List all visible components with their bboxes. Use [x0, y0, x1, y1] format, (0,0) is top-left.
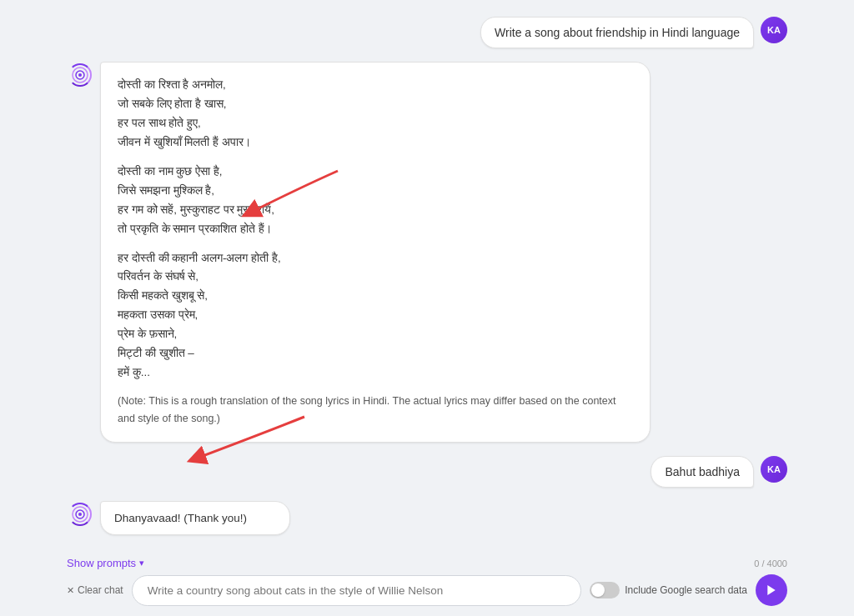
poem-stanza-1: दोस्ती का रिश्ता है अनमोल, जो सबके लिए ह… — [118, 76, 633, 153]
user-message-text-1: Write a song about friendship in Hindi l… — [495, 26, 740, 39]
poem-note: (Note: This is a rough translation of th… — [118, 393, 633, 428]
ai-logo-icon-2 — [68, 503, 92, 526]
google-search-label: Include Google search data — [625, 584, 747, 596]
ai-response-2-text: Dhanyavaad! (Thank you!) — [114, 512, 247, 524]
clear-chat-label: Clear chat — [78, 584, 123, 596]
ai-logo-icon — [68, 63, 92, 87]
ai-avatar-2 — [67, 501, 93, 528]
action-bar — [100, 542, 290, 550]
user-message-2: Bahut badhiya KA — [67, 456, 787, 488]
page-wrapper: Write a song about friendship in Hindi l… — [0, 0, 854, 616]
chat-input[interactable] — [132, 575, 582, 606]
ai-bubble-2: Dhanyavaad! (Thank you!) — [100, 501, 290, 535]
user-avatar-1: KA — [761, 17, 787, 43]
char-count: 0 / 4000 — [754, 558, 787, 568]
user-avatar-2: KA — [761, 456, 787, 483]
ai-response-2-container: Dhanyavaad! (Thank you!) — [100, 501, 290, 550]
ai-bubble-1: दोस्ती का रिश्ता है अनमोल, जो सबके लिए ह… — [100, 62, 651, 443]
chevron-down-icon: ▾ — [139, 558, 144, 568]
google-search-toggle-group: Include Google search data — [590, 582, 747, 598]
bottom-bar: Show prompts ▾ 0 / 4000 ✕ Clear chat Inc… — [0, 550, 854, 616]
input-row: ✕ Clear chat Include Google search data — [67, 574, 787, 606]
send-button[interactable] — [756, 574, 787, 606]
svg-point-7 — [78, 513, 82, 516]
show-prompts-row: Show prompts ▾ 0 / 4000 — [67, 557, 787, 569]
chat-container: Write a song about friendship in Hindi l… — [0, 0, 854, 550]
svg-marker-12 — [767, 585, 775, 595]
show-prompts-button[interactable]: Show prompts ▾ — [67, 557, 144, 569]
poem-stanza-3: हर दोस्ती की कहानी अलग-अलग होती है, परिव… — [118, 249, 633, 383]
ai-response-2: Dhanyavaad! (Thank you!) — [67, 501, 787, 550]
google-search-toggle[interactable] — [590, 582, 620, 598]
ai-avatar-1 — [67, 62, 93, 88]
x-icon: ✕ — [67, 585, 74, 596]
user-bubble-2: Bahut badhiya — [651, 456, 754, 488]
clear-chat-button[interactable]: ✕ Clear chat — [67, 584, 123, 596]
show-prompts-label: Show prompts — [67, 557, 136, 569]
user-bubble-1: Write a song about friendship in Hindi l… — [480, 17, 754, 48]
poem-stanza-2: दोस्ती का नाम कुछ ऐसा है, जिसे समझना मुश… — [118, 163, 633, 239]
user-message-1: Write a song about friendship in Hindi l… — [67, 17, 787, 48]
svg-point-4 — [78, 73, 82, 77]
toggle-knob — [591, 583, 605, 597]
ai-response-1: दोस्ती का रिश्ता है अनमोल, जो सबके लिए ह… — [67, 62, 787, 443]
user-message-text-2: Bahut badhiya — [665, 465, 740, 478]
